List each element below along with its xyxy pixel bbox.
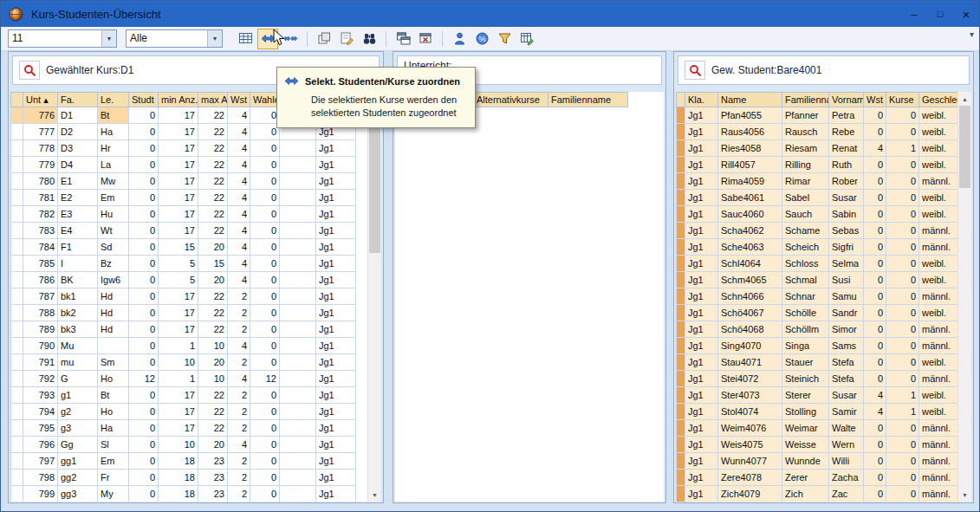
cell[interactable]: 22 bbox=[198, 190, 228, 206]
cell[interactable]: gg3 bbox=[58, 486, 98, 502]
cell[interactable]: Jg1 bbox=[316, 223, 356, 239]
cell[interactable]: 0 bbox=[129, 107, 159, 124]
cell[interactable]: Igw6 bbox=[98, 272, 129, 288]
column-header[interactable]: Wst bbox=[864, 93, 886, 107]
cell[interactable]: 20 bbox=[198, 272, 228, 288]
table-row[interactable]: 796GgSl0102040Jg1 bbox=[11, 437, 356, 453]
cell[interactable]: 18 bbox=[159, 486, 198, 502]
cell[interactable] bbox=[677, 107, 685, 124]
table-row[interactable]: Jg1Wunn4077WunndeWilli00männl. bbox=[677, 453, 959, 470]
cell[interactable]: 10 bbox=[159, 437, 198, 453]
cell[interactable]: E4 bbox=[58, 223, 98, 239]
course-magnifier-button[interactable] bbox=[19, 61, 40, 80]
cell[interactable]: 17 bbox=[159, 190, 198, 206]
cell[interactable]: 0 bbox=[250, 486, 280, 502]
cell[interactable]: Jg1 bbox=[685, 354, 718, 371]
cell[interactable] bbox=[677, 223, 685, 239]
cell[interactable] bbox=[280, 453, 316, 470]
cell[interactable]: 2 bbox=[228, 420, 250, 437]
table-row[interactable]: 786BKIgw6052040Jg1 bbox=[11, 272, 356, 288]
cell[interactable] bbox=[11, 486, 23, 502]
cell[interactable]: 0 bbox=[886, 371, 919, 387]
cell[interactable]: Hd bbox=[98, 321, 129, 338]
cell[interactable]: Schame bbox=[782, 223, 829, 239]
cell[interactable]: 2 bbox=[228, 453, 250, 470]
cell[interactable]: Jg1 bbox=[316, 256, 356, 272]
cell[interactable]: Jg1 bbox=[316, 371, 356, 387]
cell[interactable] bbox=[11, 354, 23, 371]
cell[interactable] bbox=[11, 206, 23, 223]
cell[interactable]: Hu bbox=[98, 206, 129, 223]
column-header[interactable]: Le. bbox=[98, 93, 129, 107]
cell[interactable] bbox=[677, 190, 685, 206]
column-header[interactable]: Unt ▴ bbox=[23, 93, 58, 107]
cell[interactable]: 17 bbox=[159, 107, 198, 124]
cell[interactable]: 0 bbox=[886, 173, 919, 190]
scroll-down-icon[interactable] bbox=[368, 488, 381, 502]
cell[interactable]: Jg1 bbox=[316, 239, 356, 256]
table-row[interactable]: Jg1Stei4072SteinichStefa00männl. bbox=[677, 371, 959, 387]
cell[interactable]: 0 bbox=[886, 453, 919, 470]
cell[interactable]: 0 bbox=[864, 420, 886, 437]
cell[interactable]: 18 bbox=[159, 470, 198, 486]
table-row[interactable]: Jg1Rima4059RimarRober00männl. bbox=[677, 173, 959, 190]
cell[interactable]: Jg1 bbox=[685, 256, 718, 272]
cell[interactable]: I bbox=[58, 256, 98, 272]
table-row[interactable]: 794g2Ho0172220Jg1 bbox=[11, 404, 356, 420]
cell[interactable]: 795 bbox=[23, 420, 58, 437]
cell[interactable]: 0 bbox=[886, 272, 919, 288]
cell[interactable]: 4 bbox=[228, 239, 250, 256]
column-header[interactable]: Wahlen bbox=[250, 93, 280, 107]
table-row[interactable]: Jg1Stau4071StauerStefa00weibl. bbox=[677, 354, 959, 371]
table-row[interactable]: 799gg3My0182320Jg1 bbox=[11, 486, 356, 502]
table-row[interactable]: Jg1Raus4056RauschRebe00weibl. bbox=[677, 124, 959, 140]
cell[interactable]: Jg1 bbox=[685, 338, 718, 354]
cell[interactable]: 797 bbox=[23, 453, 58, 470]
cell[interactable]: Jg1 bbox=[685, 157, 718, 173]
cell[interactable]: 17 bbox=[159, 420, 198, 437]
cell[interactable]: 4 bbox=[228, 256, 250, 272]
table-row[interactable]: 791muSm0102020Jg1 bbox=[11, 354, 356, 371]
cell[interactable]: D4 bbox=[58, 157, 98, 173]
cell[interactable]: Zerer bbox=[782, 470, 829, 486]
cell[interactable]: Schölle bbox=[782, 305, 829, 321]
column-header[interactable]: Kurse bbox=[886, 93, 919, 107]
cell[interactable] bbox=[280, 173, 316, 190]
cell[interactable]: 0 bbox=[886, 157, 919, 173]
cell[interactable]: 783 bbox=[23, 223, 58, 239]
cell[interactable]: 0 bbox=[864, 371, 886, 387]
cell[interactable]: 22 bbox=[198, 321, 228, 338]
cell[interactable]: 791 bbox=[23, 354, 58, 371]
cell[interactable]: 12 bbox=[129, 371, 159, 387]
cell[interactable]: Schnar bbox=[782, 288, 829, 305]
cell[interactable]: 788 bbox=[23, 305, 58, 321]
cell[interactable]: Jg1 bbox=[316, 420, 356, 437]
cell[interactable]: weibl. bbox=[919, 206, 959, 223]
table-row[interactable]: Jg1Sche4063ScheichSigfri00männl. bbox=[677, 239, 959, 256]
cell[interactable]: Schloss bbox=[782, 256, 829, 272]
cell[interactable]: 1 bbox=[886, 140, 919, 157]
cell[interactable]: 0 bbox=[886, 223, 919, 239]
cell[interactable]: Zich4079 bbox=[718, 486, 782, 502]
cell[interactable]: Stefa bbox=[829, 371, 864, 387]
cell[interactable]: G bbox=[58, 371, 98, 387]
cell[interactable]: 0 bbox=[886, 305, 919, 321]
table-row[interactable]: Jg1Schö4067SchölleSandr00weibl. bbox=[677, 305, 959, 321]
cell[interactable]: Riesam bbox=[782, 140, 829, 157]
cell[interactable]: 0 bbox=[864, 124, 886, 140]
cell[interactable]: Sauc4060 bbox=[718, 206, 782, 223]
cell[interactable]: 4 bbox=[228, 338, 250, 354]
cell[interactable]: Steinich bbox=[782, 371, 829, 387]
cell[interactable]: 0 bbox=[250, 288, 280, 305]
cell[interactable]: 0 bbox=[250, 124, 280, 140]
cell[interactable]: 0 bbox=[129, 288, 159, 305]
cell[interactable] bbox=[677, 256, 685, 272]
window-remove-button[interactable] bbox=[415, 29, 436, 49]
cell[interactable]: gg1 bbox=[58, 453, 98, 470]
table-row[interactable]: Jg1Schö4068SchöllmSimor00männl. bbox=[677, 321, 959, 338]
cell[interactable]: 0 bbox=[129, 420, 159, 437]
cell[interactable]: 4 bbox=[228, 140, 250, 157]
cell[interactable]: 2 bbox=[228, 404, 250, 420]
cell[interactable]: Zere4078 bbox=[718, 470, 782, 486]
cell[interactable]: 0 bbox=[886, 470, 919, 486]
